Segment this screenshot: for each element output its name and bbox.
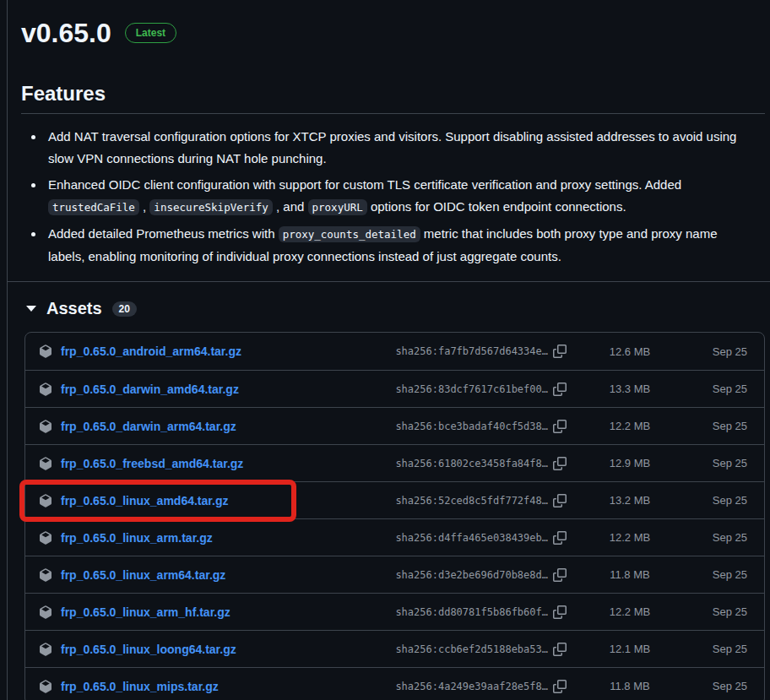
asset-date: Sep 25 [693,345,747,358]
asset-size: 11.8 MB [567,568,693,581]
release-body: v0.65.0 Latest Features Add NAT traversa… [8,0,770,281]
inline-code: trustedCaFile [48,199,139,215]
asset-row: frp_0.65.0_linux_mips.tar.gzsha256:4a249… [25,667,764,700]
asset-download-link[interactable]: frp_0.65.0_linux_mips.tar.gz [61,680,219,693]
asset-row: frp_0.65.0_freebsd_amd64.tar.gzsha256:61… [25,444,764,481]
asset-sha256: sha256:4a249e39aaf28e5f8… [395,681,548,692]
asset-size: 13.2 MB [567,494,693,507]
copy-icon[interactable] [553,383,567,396]
asset-size: 12.2 MB [567,531,693,544]
copy-icon[interactable] [553,643,567,656]
assets-section: Assets 20 frp_0.65.0_android_arm64.tar.g… [8,282,770,700]
asset-name-cell: frp_0.65.0_darwin_amd64.tar.gz [39,383,395,396]
copy-icon[interactable] [553,420,567,433]
asset-size: 12.2 MB [567,420,693,432]
asset-download-link[interactable]: frp_0.65.0_linux_arm.tar.gz [61,531,213,545]
assets-count-badge: 20 [112,301,137,317]
assets-title: Assets [46,299,102,318]
package-icon [39,680,52,693]
copy-icon[interactable] [553,531,567,545]
inline-code: proxyURL [308,199,367,215]
asset-row: frp_0.65.0_darwin_amd64.tar.gzsha256:83d… [25,370,764,407]
asset-row: frp_0.65.0_darwin_arm64.tar.gzsha256:bce… [25,407,764,444]
asset-date: Sep 25 [693,605,747,618]
asset-date: Sep 25 [693,680,747,692]
asset-name-cell: frp_0.65.0_linux_arm_hf.tar.gz [39,605,395,619]
asset-download-link[interactable]: frp_0.65.0_darwin_amd64.tar.gz [61,383,239,396]
asset-download-link[interactable]: frp_0.65.0_linux_arm_hf.tar.gz [61,605,230,619]
asset-row: frp_0.65.0_linux_loong64.tar.gzsha256:cc… [25,630,764,667]
asset-download-link[interactable]: frp_0.65.0_linux_amd64.tar.gz [61,494,228,507]
feature-item: Added detailed Prometheus metrics with p… [45,223,743,268]
copy-icon[interactable] [553,568,567,582]
asset-sha256: sha256:ccb6ef2d5188eba53… [395,643,548,655]
asset-name-cell: frp_0.65.0_darwin_arm64.tar.gz [39,420,395,433]
asset-size: 11.8 MB [567,680,693,692]
asset-name-cell: frp_0.65.0_linux_mips.tar.gz [39,680,395,693]
asset-date: Sep 25 [693,568,747,581]
asset-name-cell: frp_0.65.0_android_arm64.tar.gz [39,345,395,358]
asset-date: Sep 25 [693,643,747,655]
package-icon [39,345,52,358]
assets-toggle[interactable]: Assets 20 [24,299,765,318]
asset-download-link[interactable]: frp_0.65.0_freebsd_amd64.tar.gz [61,457,243,470]
asset-download-link[interactable]: frp_0.65.0_linux_arm64.tar.gz [61,568,225,582]
asset-sha256: sha256:fa7fb7d567d64334e… [395,345,548,357]
asset-size: 12.1 MB [567,643,693,655]
asset-sha256: sha256:61802ce3458fa84f8… [395,458,548,469]
feature-item: Add NAT traversal configuration options … [45,126,743,170]
package-icon [39,643,52,656]
release-header: v0.65.0 Latest [21,15,765,51]
asset-row: frp_0.65.0_linux_arm64.tar.gzsha256:d3e2… [25,556,764,593]
package-icon [39,457,52,470]
latest-badge: Latest [125,23,176,43]
asset-sha256: sha256:d3e2be696d70b8e8d… [395,569,548,581]
asset-sha256: sha256:bce3badaf40cf5d38… [395,421,548,432]
asset-date: Sep 25 [693,494,747,507]
features-heading: Features [21,81,765,114]
caret-down-icon [26,306,36,312]
asset-download-link[interactable]: frp_0.65.0_android_arm64.tar.gz [61,345,241,358]
package-icon [39,605,52,619]
inline-code: proxy_counts_detailed [279,226,420,242]
package-icon [39,568,52,582]
asset-size: 12.9 MB [567,457,693,469]
inline-code: insecureSkipVerify [149,199,272,215]
copy-icon[interactable] [553,457,567,470]
package-icon [39,494,52,507]
asset-name-cell: frp_0.65.0_freebsd_amd64.tar.gz [39,457,395,470]
asset-sha256: sha256:83dcf7617c61bef00… [395,383,548,395]
asset-name-cell: frp_0.65.0_linux_arm64.tar.gz [39,568,395,582]
asset-date: Sep 25 [693,383,747,395]
asset-size: 13.3 MB [567,383,693,395]
release-card: v0.65.0 Latest Features Add NAT traversa… [7,0,770,700]
copy-icon[interactable] [553,345,567,358]
release-version: v0.65.0 [21,15,111,51]
assets-box: frp_0.65.0_android_arm64.tar.gzsha256:fa… [24,332,765,700]
asset-date: Sep 25 [693,420,747,432]
asset-sha256: sha256:52ced8c5fdf772f48… [395,495,548,507]
asset-sha256: sha256:dd80781f5b86fb60f… [395,606,548,618]
asset-date: Sep 25 [693,457,747,469]
package-icon [39,531,52,545]
asset-date: Sep 25 [693,531,747,544]
asset-size: 12.6 MB [567,345,693,358]
asset-row: frp_0.65.0_linux_arm.tar.gzsha256:d4ffa4… [25,518,764,556]
package-icon [39,420,52,433]
copy-icon[interactable] [553,494,567,507]
asset-download-link[interactable]: frp_0.65.0_darwin_arm64.tar.gz [61,420,236,433]
asset-row: frp_0.65.0_android_arm64.tar.gzsha256:fa… [25,333,764,370]
features-list: Add NAT traversal configuration options … [21,126,765,268]
asset-row: frp_0.65.0_linux_arm_hf.tar.gzsha256:dd8… [25,593,764,630]
asset-size: 12.2 MB [567,605,693,618]
feature-item: Enhanced OIDC client configuration with … [45,174,743,219]
asset-name-cell: frp_0.65.0_linux_arm.tar.gz [39,531,395,545]
asset-name-cell: frp_0.65.0_linux_loong64.tar.gz [39,643,395,656]
copy-icon[interactable] [553,680,567,693]
copy-icon[interactable] [553,605,567,619]
asset-sha256: sha256:d4ffa465e038439eb… [395,532,548,544]
asset-download-link[interactable]: frp_0.65.0_linux_loong64.tar.gz [61,643,236,656]
asset-name-cell: frp_0.65.0_linux_amd64.tar.gz [39,494,395,507]
asset-row: frp_0.65.0_linux_amd64.tar.gzsha256:52ce… [25,481,764,518]
package-icon [39,383,52,396]
